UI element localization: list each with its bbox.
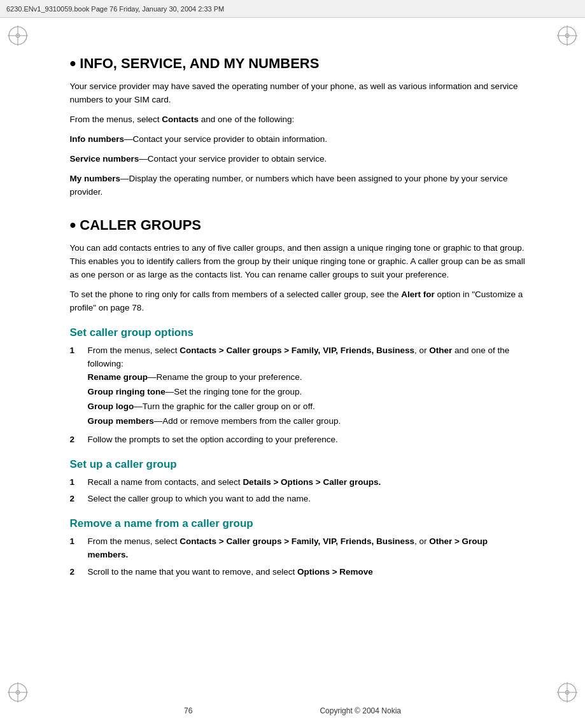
info-numbers-line: Info numbers—Contact your service provid…	[70, 133, 528, 146]
section-caller-heading: CALLER GROUPS	[80, 217, 201, 234]
header-bar: 6230.ENv1_9310059.book Page 76 Friday, J…	[0, 0, 585, 18]
footer-page-number: 76	[184, 706, 192, 715]
section-caller-bullet: •	[70, 216, 76, 234]
corner-mark-bottom-left	[6, 681, 29, 704]
alert-for-bold: Alert for	[401, 290, 435, 299]
contacts-bold: Contacts	[162, 115, 199, 124]
section-info-intro: Your service provider may have saved the…	[70, 80, 528, 107]
step-1-remove-content: From the menus, select Contacts > Caller…	[88, 535, 528, 562]
corner-mark-bottom-right	[556, 681, 579, 704]
section-info-bullet: •	[70, 55, 76, 73]
corner-mark-top-right	[556, 24, 579, 47]
caller-groups-intro: You can add contacts entries to any of f…	[70, 242, 528, 282]
header-text: 6230.ENv1_9310059.book Page 76 Friday, J…	[6, 5, 224, 13]
subsection-set-caller-group-options: Set caller group options	[70, 326, 528, 339]
step-2-set-caller: 2 Follow the prompts to set the option a…	[70, 433, 528, 447]
step-1-subitems: Rename group—Rename the group to your pr…	[88, 371, 528, 428]
step-number-2: 2	[70, 433, 88, 447]
step-2-remove: 2 Scroll to the name that you want to re…	[70, 566, 528, 579]
alert-for-line: To set the phone to ring only for calls …	[70, 288, 528, 315]
main-content: • INFO, SERVICE, AND MY NUMBERS Your ser…	[19, 18, 567, 610]
footer-copyright: Copyright © 2004 Nokia	[320, 706, 401, 715]
step-1-remove: 1 From the menus, select Contacts > Call…	[70, 535, 528, 562]
step-number-1: 1	[70, 344, 88, 358]
page-footer: 76 Copyright © 2004 Nokia	[0, 706, 585, 715]
step-2-setup: 2 Select the caller group to which you w…	[70, 493, 528, 506]
step-number-2-remove: 2	[70, 566, 88, 579]
section-info-heading: INFO, SERVICE, AND MY NUMBERS	[80, 55, 319, 72]
set-caller-group-options-list: 1 From the menus, select Contacts > Call…	[70, 344, 528, 446]
section-caller-groups-title: • CALLER GROUPS	[70, 216, 528, 234]
section-info-title: • INFO, SERVICE, AND MY NUMBERS	[70, 55, 528, 73]
step-number-1-setup: 1	[70, 476, 88, 489]
from-menus-line: From the menus, select Contacts and one …	[70, 113, 528, 127]
step-1-setup: 1 Recall a name from contacts, and selec…	[70, 476, 528, 489]
step-2-remove-content: Scroll to the name that you want to remo…	[88, 566, 528, 579]
subsection-set-up-caller-group: Set up a caller group	[70, 458, 528, 471]
remove-name-list: 1 From the menus, select Contacts > Call…	[70, 535, 528, 579]
my-numbers-line: My numbers—Display the operating number,…	[70, 172, 528, 199]
set-up-caller-group-list: 1 Recall a name from contacts, and selec…	[70, 476, 528, 507]
step-2-content: Follow the prompts to set the option acc…	[88, 433, 528, 447]
section-info-intro-text: Your service provider may have saved the…	[70, 81, 518, 104]
page-container: 6230.ENv1_9310059.book Page 76 Friday, J…	[0, 0, 585, 728]
step-1-setup-content: Recall a name from contacts, and select …	[88, 476, 528, 489]
step-1-content: From the menus, select Contacts > Caller…	[88, 344, 528, 430]
subsection-remove-name: Remove a name from a caller group	[70, 517, 528, 530]
step-number-2-setup: 2	[70, 493, 88, 506]
corner-mark-top-left	[6, 24, 29, 47]
step-number-1-remove: 1	[70, 535, 88, 549]
service-numbers-line: Service numbers—Contact your service pro…	[70, 153, 528, 166]
step-1-set-caller: 1 From the menus, select Contacts > Call…	[70, 344, 528, 430]
step-2-setup-content: Select the caller group to which you wan…	[88, 493, 528, 506]
